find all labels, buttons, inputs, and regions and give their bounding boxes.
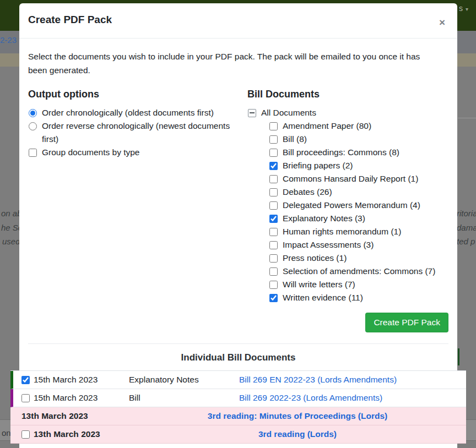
doc-type-checkbox[interactable]: [269, 215, 278, 223]
doc-type-option[interactable]: Selection of amendments: Commons (7): [269, 265, 448, 278]
collapse-icon[interactable]: [248, 109, 256, 117]
doc-type-label: Impact Assessments (3): [283, 238, 374, 252]
doc-type-label: Debates (26): [283, 185, 332, 199]
list-item: Will write letters (7): [269, 278, 448, 291]
doc-type-option[interactable]: Written evidence (11): [269, 291, 448, 304]
list-item: Impact Assessments (3): [269, 238, 448, 252]
radio-label: Order reverse chronologically (newest do…: [42, 119, 236, 146]
close-icon[interactable]: ×: [436, 14, 448, 31]
document-date: 15th March 2023: [34, 375, 98, 385]
doc-type-label: Briefing papers (2): [283, 159, 353, 172]
doc-type-label: Will write letters (7): [283, 278, 355, 291]
document-date: 13th March 2023: [21, 411, 88, 421]
row-checkbox[interactable]: [21, 376, 30, 384]
doc-type-option[interactable]: Commons Hansard Daily Report (1): [269, 172, 448, 185]
doc-type-checkbox[interactable]: [269, 241, 278, 249]
doc-type-option[interactable]: Amendment Paper (80): [269, 119, 448, 133]
date-cell: 13th March 2023: [21, 429, 129, 439]
page-text-fragment: ritoria: [457, 209, 476, 218]
document-date: 15th March 2023: [34, 393, 98, 403]
radio-order-reverse[interactable]: Order reverse chronologically (newest do…: [28, 119, 247, 146]
list-item: Selection of amendments: Commons (7): [269, 265, 448, 278]
list-item: Bill proceedings: Commons (8): [269, 146, 448, 159]
doc-type-checkbox[interactable]: [269, 294, 278, 302]
doc-type-option[interactable]: Impact Assessments (3): [269, 238, 448, 252]
table-row: 15th March 2023 Explanatory Notes Bill 2…: [10, 371, 466, 389]
doc-type-label: Amendment Paper (80): [283, 119, 371, 133]
dialog-body: Select the documents you wish to include…: [19, 39, 457, 363]
date-cell: 15th March 2023: [21, 375, 129, 385]
doc-type-checkbox[interactable]: [269, 281, 278, 289]
row-checkbox[interactable]: [21, 430, 30, 439]
create-pdf-pack-dialog: Create PDF Pack × Select the documents y…: [19, 3, 457, 448]
doc-type-label: Selection of amendments: Commons (7): [283, 265, 435, 278]
page-text-fragment: dama: [457, 223, 476, 232]
checkbox-label: Group documents by type: [42, 146, 140, 159]
doc-type-label: Explanatory Notes (3): [283, 212, 365, 225]
doc-type-checkbox[interactable]: [269, 267, 278, 276]
all-documents-label: All Documents: [261, 106, 316, 119]
document-link[interactable]: 3rd reading (Lords): [258, 429, 337, 439]
individual-documents-table: 15th March 2023 Explanatory Notes Bill 2…: [10, 370, 466, 444]
doc-type-option[interactable]: Bill proceedings: Commons (8): [269, 146, 448, 159]
dialog-header: Create PDF Pack ×: [19, 3, 457, 39]
list-item: Bill (8): [269, 133, 448, 146]
document-link[interactable]: 3rd reading: Minutes of Proceedings (Lor…: [208, 411, 387, 420]
doc-type-option[interactable]: Bill (8): [269, 133, 448, 146]
individual-documents-heading: Individual Bill Documents: [28, 352, 448, 363]
document-type-list: Amendment Paper (80) Bill (8) Bill proce…: [247, 119, 448, 304]
table-row: 13th March 2023 3rd reading: Minutes of …: [10, 407, 466, 425]
doc-type-option[interactable]: Delegated Powers Memorandum (4): [269, 199, 448, 212]
order-reverse-radio[interactable]: [29, 122, 37, 130]
radio-order-chronological[interactable]: Order chronologically (oldest documents …: [28, 106, 247, 119]
create-pdf-pack-button[interactable]: Create PDF Pack: [365, 313, 448, 332]
doc-type-checkbox[interactable]: [269, 254, 278, 263]
chevron-down-icon: ▾: [466, 6, 468, 12]
page-text-fragment: ted p: [457, 237, 475, 246]
checkbox-group-by-type[interactable]: Group documents by type: [28, 146, 247, 159]
list-item: Explanatory Notes (3): [269, 212, 448, 225]
page-green-accent-fragment: [458, 348, 459, 365]
doc-type-label: Written evidence (11): [283, 291, 363, 304]
order-chronological-radio[interactable]: [29, 109, 37, 117]
document-type: Explanatory Notes: [129, 375, 239, 385]
list-item: Written evidence (11): [269, 291, 448, 304]
list-item: Press notices (1): [269, 252, 448, 265]
doc-type-option[interactable]: Human rights memorandum (1): [269, 225, 448, 238]
doc-type-checkbox[interactable]: [269, 175, 278, 183]
all-documents-node: All Documents: [247, 106, 448, 119]
doc-type-label: Bill proceedings: Commons (8): [283, 146, 399, 159]
doc-type-option[interactable]: Will write letters (7): [269, 278, 448, 291]
doc-type-checkbox[interactable]: [269, 122, 278, 130]
list-item: Commons Hansard Daily Report (1): [269, 172, 448, 185]
doc-type-checkbox[interactable]: [269, 162, 278, 170]
doc-type-checkbox[interactable]: [269, 149, 278, 157]
header-menu-fragment: s▾: [459, 4, 468, 13]
date-cell: 15th March 2023: [21, 393, 129, 403]
doc-type-option[interactable]: Explanatory Notes (3): [269, 212, 448, 225]
doc-type-checkbox[interactable]: [269, 135, 278, 144]
breadcrumb-fragment: 2-23: [0, 35, 17, 45]
table-row: 15th March 2023 Bill Bill 269 2022-23 (L…: [10, 389, 466, 407]
doc-type-checkbox[interactable]: [269, 188, 278, 196]
row-checkbox[interactable]: [21, 394, 30, 402]
doc-type-option[interactable]: Debates (26): [269, 185, 448, 199]
bill-documents-section: Bill Documents All Documents Amendment P…: [247, 89, 448, 304]
list-item: Debates (26): [269, 185, 448, 199]
group-by-type-checkbox[interactable]: [29, 149, 37, 157]
doc-type-label: Commons Hansard Daily Report (1): [283, 172, 418, 185]
document-link[interactable]: Bill 269 2022-23 (Lords Amendments): [239, 393, 382, 402]
divider: [28, 343, 448, 344]
doc-type-option[interactable]: Press notices (1): [269, 252, 448, 265]
list-item: Briefing papers (2): [269, 159, 448, 172]
document-date: 13th March 2023: [34, 429, 100, 439]
doc-type-label: Press notices (1): [283, 252, 347, 265]
doc-type-checkbox[interactable]: [269, 201, 278, 210]
page-divider: [458, 118, 476, 118]
date-cell: 13th March 2023: [21, 411, 129, 421]
doc-type-checkbox[interactable]: [269, 228, 278, 236]
doc-type-option[interactable]: Briefing papers (2): [269, 159, 448, 172]
menu-text-fragment: s: [459, 4, 463, 13]
document-link[interactable]: Bill 269 EN 2022-23 (Lords Amendments): [239, 375, 397, 384]
radio-label: Order chronologically (oldest documents …: [42, 106, 214, 119]
